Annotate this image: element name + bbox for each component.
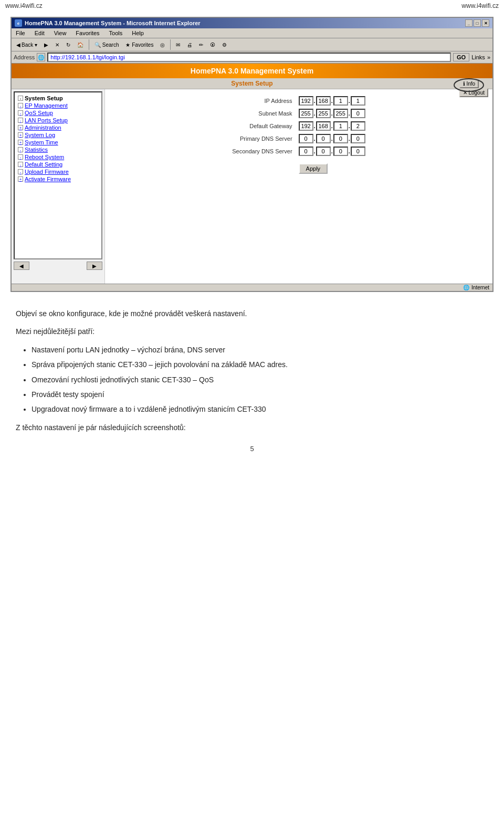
dot9: . — [349, 123, 350, 129]
primary-dns-row: Primary DNS Server . . . — [229, 132, 369, 145]
expand-icon-ep[interactable]: - — [18, 103, 23, 108]
menu-favorites[interactable]: Favorites — [74, 29, 101, 37]
bullet-3: Omezování rychlosti jednotlivých stanic … — [32, 374, 488, 385]
dns1-octet-4[interactable] — [351, 134, 365, 143]
subnet-mask-field-cell: . . . — [296, 107, 369, 120]
ip-octet-3[interactable] — [333, 96, 348, 106]
stop-button[interactable]: ✕ — [52, 41, 62, 49]
search-button[interactable]: 🔍 Search — [92, 41, 121, 49]
home-button[interactable]: 🏠 — [75, 41, 86, 49]
refresh-button[interactable]: ↻ — [64, 41, 73, 49]
close-button[interactable]: ✕ — [482, 19, 489, 27]
gateway-octet-4[interactable] — [351, 121, 365, 131]
section-title: System Setup — [231, 80, 272, 87]
expand-icon-upload[interactable]: - — [18, 169, 23, 174]
dns1-octet-2[interactable] — [316, 134, 331, 143]
site-url-right: www.i4wifi.cz — [461, 2, 499, 9]
expand-icon-reboot[interactable]: - — [18, 154, 23, 160]
gateway-field: . . . — [299, 121, 365, 131]
sidebar: - System Setup - EP Management - QoS Set… — [12, 89, 105, 284]
dns2-octet-4[interactable] — [351, 147, 365, 156]
sidebar-item-qos-setup[interactable]: - QoS Setup — [17, 109, 99, 117]
sidebar-item-system-log[interactable]: + System Log — [17, 131, 99, 139]
dns1-octet-3[interactable] — [333, 134, 348, 143]
gateway-octet-3[interactable] — [333, 121, 348, 131]
menu-file[interactable]: File — [14, 29, 27, 37]
expand-icon-lan[interactable]: - — [18, 118, 23, 123]
address-input[interactable] — [47, 53, 451, 62]
menu-help[interactable]: Help — [130, 29, 146, 37]
go-button[interactable]: GO — [453, 53, 469, 61]
ip-octet-2[interactable] — [316, 96, 331, 106]
expand-icon-systime[interactable]: + — [18, 140, 23, 145]
sidebar-item-lan-ports-setup[interactable]: - LAN Ports Setup — [17, 117, 99, 124]
forward-button[interactable]: ▶ — [41, 41, 51, 49]
subnet-octet-4[interactable] — [351, 109, 365, 118]
sidebar-item-activate-firmware[interactable]: + Activate Firmware — [17, 175, 99, 183]
media-button[interactable]: ◎ — [158, 41, 167, 49]
menu-edit[interactable]: Edit — [33, 29, 47, 37]
links-label[interactable]: Links — [471, 54, 485, 60]
next-button[interactable]: ▶ — [87, 262, 102, 270]
sidebar-scroll[interactable]: - System Setup - EP Management - QoS Set… — [14, 91, 102, 259]
extra-button[interactable]: ⚙ — [219, 41, 229, 49]
expand-icon-system-setup[interactable]: - — [18, 96, 23, 101]
dns1-octet-1[interactable] — [299, 134, 313, 143]
mail-button[interactable]: ✉ — [173, 41, 183, 49]
sidebar-item-administration[interactable]: + Administration — [17, 124, 99, 131]
favorites-button[interactable]: ★ Favorites — [123, 41, 156, 49]
menu-tools[interactable]: Tools — [107, 29, 125, 37]
maximize-button[interactable]: □ — [474, 19, 481, 27]
menu-bar: File Edit View Favorites Tools Help — [12, 28, 492, 38]
back-arrow-icon: ◀ — [16, 42, 20, 48]
subnet-octet-2[interactable] — [316, 109, 331, 118]
form-table: IP Address . . . — [229, 95, 369, 175]
print-button[interactable]: 🖨 — [184, 41, 195, 49]
subnet-octet-1[interactable] — [299, 109, 313, 118]
dns2-octet-2[interactable] — [316, 147, 331, 156]
separator1 — [89, 39, 89, 50]
bullet-4: Provádět testy spojení — [32, 389, 488, 400]
gateway-field-cell: . . . — [296, 120, 369, 132]
gateway-octet-2[interactable] — [316, 121, 331, 131]
gateway-octet-1[interactable] — [299, 121, 313, 131]
dot11: . — [331, 135, 333, 142]
browser-window: e HomePNA 3.0 Management System - Micros… — [10, 17, 494, 292]
svg-point-0 — [454, 79, 484, 91]
secondary-dns-row: Secondary DNS Server . . . — [229, 145, 369, 158]
sidebar-item-statistics[interactable]: - Statistics — [17, 146, 99, 153]
expand-icon-activate[interactable]: + — [18, 176, 23, 182]
sidebar-item-upload-firmware[interactable]: - Upload Firmware — [17, 168, 99, 175]
site-domain: www.i4wifi.cz — [5, 2, 43, 9]
dns2-octet-1[interactable] — [299, 147, 313, 156]
expand-icon-qos[interactable]: - — [18, 110, 23, 116]
page-wrapper: www.i4wifi.cz www.i4wifi.cz e HomePNA 3.… — [0, 0, 504, 472]
minimize-button[interactable]: _ — [465, 19, 472, 27]
subnet-mask-field: . . . — [299, 109, 365, 118]
expand-icon-admin[interactable]: + — [18, 125, 23, 130]
sidebar-item-ep-management[interactable]: - EP Management — [17, 102, 99, 109]
sidebar-item-default-setting[interactable]: - Default Setting — [17, 161, 99, 168]
edit-button[interactable]: ✏ — [196, 41, 206, 49]
dot10: . — [314, 135, 316, 142]
ip-octet-4[interactable] — [351, 96, 365, 106]
expand-icon-default[interactable]: - — [18, 162, 23, 167]
sidebar-item-system-setup[interactable]: - System Setup — [17, 95, 99, 102]
dns2-octet-3[interactable] — [333, 147, 348, 156]
sidebar-item-reboot[interactable]: - Reboot System — [17, 153, 99, 161]
expand-icon-syslog[interactable]: + — [18, 132, 23, 138]
back-button[interactable]: ◀ Back ▾ — [14, 41, 40, 49]
article-bullets: Nastavení portu LAN jednotky – výchozí b… — [32, 344, 488, 415]
sidebar-item-system-time[interactable]: + System Time — [17, 139, 99, 146]
subnet-mask-row: Subnet Mask . . . — [229, 107, 369, 120]
ip-octet-1[interactable] — [299, 96, 313, 106]
apply-button[interactable]: Apply — [299, 163, 328, 174]
expand-icon-stats[interactable]: - — [18, 147, 23, 152]
subnet-octet-3[interactable] — [333, 109, 348, 118]
main-content: IP Address . . . — [105, 89, 492, 284]
dot1: . — [314, 98, 316, 104]
menu-view[interactable]: View — [52, 29, 69, 37]
article-intro: Objeví se okno konfigurace, kde je možné… — [16, 308, 488, 319]
prev-button[interactable]: ◀ — [14, 262, 29, 270]
bluetooth-button[interactable]: ⦿ — [207, 41, 218, 49]
